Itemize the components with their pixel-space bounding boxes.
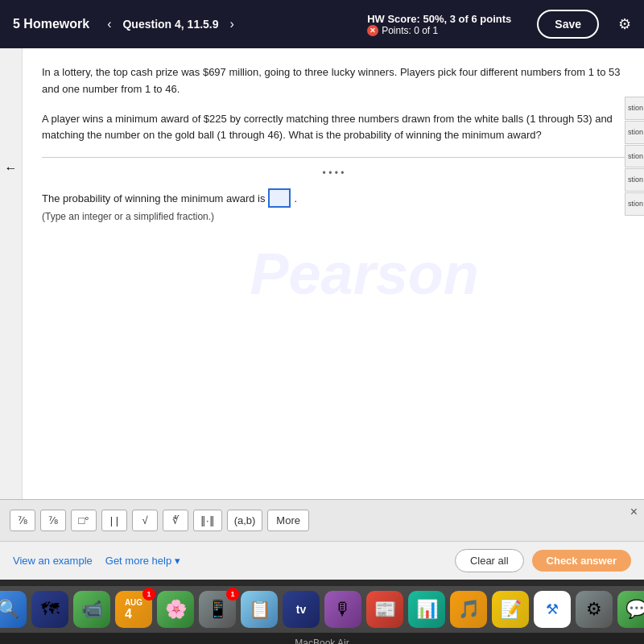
view-example-link[interactable]: View an example: [13, 555, 93, 567]
math-toolbar: ⁷⁄₈ ⁷⁄₈ □° | | √ ∜ ‖·‖ (a,b) More ×: [0, 499, 644, 541]
macos-bar: 🔍 🗺 📹 AUG4 1 🌸 📱 1 📋 tv 🎙 📰 📊 🎵 📝 ⚒ ⚙ 💬 …: [0, 580, 644, 644]
left-arrow-icon: ←: [5, 161, 18, 175]
side-tabs: stion stion stion stion stion: [625, 97, 644, 216]
watermark: Pearson: [250, 241, 479, 307]
dock: 🔍 🗺 📹 AUG4 1 🌸 📱 1 📋 tv 🎙 📰 📊 🎵 📝 ⚒ ⚙ 💬: [0, 586, 644, 633]
dock-music-icon[interactable]: 🎵: [450, 591, 487, 628]
dock-reminders-icon[interactable]: 📋: [241, 591, 278, 628]
prev-question-btn[interactable]: ‹: [102, 14, 116, 35]
dock-podcasts-icon[interactable]: 🎙: [324, 591, 361, 628]
get-more-help-link[interactable]: Get more help ▾: [105, 555, 180, 567]
dock-messages-icon[interactable]: 💬: [617, 591, 644, 628]
calendar-badge: 1: [142, 588, 155, 601]
dock-numbers-icon[interactable]: 📊: [408, 591, 445, 628]
next-question-btn[interactable]: ›: [225, 14, 239, 35]
score-section: HW Score: 50%, 3 of 6 points ✕ Points: 0…: [367, 13, 511, 36]
dock-finder-icon[interactable]: 🔍: [0, 591, 27, 628]
bottom-right: Clear all Check answer: [455, 549, 631, 572]
side-tab-1[interactable]: stion: [625, 97, 644, 120]
dock-maps-icon[interactable]: 🗺: [31, 591, 68, 628]
degree-button[interactable]: □°: [71, 510, 97, 531]
divider: [42, 157, 625, 158]
dock-notes-icon[interactable]: 📝: [492, 591, 529, 628]
contacts-badge: 1: [226, 588, 239, 601]
answer-prefix: The probability of winning the minimum a…: [42, 192, 265, 204]
main-content: ← In a lottery, the top cash prize was $…: [0, 48, 644, 499]
points-row: ✕ Points: 0 of 1: [367, 25, 511, 36]
dock-settings-icon[interactable]: ⚙: [576, 591, 613, 628]
sqrt-button[interactable]: √: [132, 510, 158, 531]
more-button[interactable]: More: [267, 510, 309, 531]
answer-input[interactable]: [268, 188, 291, 208]
side-tab-2[interactable]: stion: [625, 121, 644, 144]
mixed-fraction-button[interactable]: ⁷⁄₈: [40, 510, 66, 531]
gear-icon[interactable]: ⚙: [618, 15, 631, 33]
interval-button[interactable]: (a,b): [227, 510, 263, 531]
points-label: Points: 0 of 1: [382, 25, 438, 36]
dock-contacts-icon[interactable]: 📱 1: [199, 591, 236, 628]
question-label: Question 4, 11.5.9: [122, 18, 218, 31]
dock-xcode-icon[interactable]: ⚒: [534, 591, 571, 628]
problem-text-1: In a lottery, the top cash prize was $69…: [42, 64, 625, 98]
left-arrow-panel[interactable]: ←: [0, 48, 23, 499]
hw-title: 5 Homework: [13, 17, 89, 31]
side-tab-4[interactable]: stion: [625, 168, 644, 192]
dock-photos-icon[interactable]: 🌸: [157, 591, 194, 628]
dock-news-icon[interactable]: 📰: [366, 591, 403, 628]
bottom-bar: View an example Get more help ▾ Clear al…: [0, 541, 644, 580]
points-x-icon: ✕: [367, 25, 378, 36]
top-bar: 5 Homework ‹ Question 4, 11.5.9 › HW Sco…: [0, 0, 644, 48]
expand-dots[interactable]: • • • •: [42, 167, 625, 179]
period: .: [294, 192, 297, 204]
dock-appletv-icon[interactable]: tv: [283, 591, 320, 628]
type-hint: (Type an integer or a simplified fractio…: [42, 211, 625, 222]
save-button[interactable]: Save: [537, 10, 599, 39]
abs-value-button[interactable]: | |: [101, 510, 127, 531]
content-area: In a lottery, the top cash prize was $69…: [23, 48, 644, 499]
problem-text-2: A player wins a minimum award of $225 by…: [42, 111, 625, 145]
side-tab-3[interactable]: stion: [625, 145, 644, 168]
side-tab-5[interactable]: stion: [625, 192, 644, 216]
dock-calendar-icon[interactable]: AUG4 1: [115, 591, 152, 628]
close-toolbar-button[interactable]: ×: [630, 505, 638, 519]
fraction-button[interactable]: ⁷⁄₈: [10, 510, 35, 531]
nav-section: ‹ Question 4, 11.5.9 ›: [102, 14, 239, 35]
answer-row: The probability of winning the minimum a…: [42, 188, 625, 208]
check-answer-button[interactable]: Check answer: [532, 550, 631, 572]
macbook-label: MacBook Air: [295, 638, 349, 644]
nth-root-button[interactable]: ∜: [163, 510, 188, 531]
norm-button[interactable]: ‖·‖: [193, 510, 222, 531]
hw-score: HW Score: 50%, 3 of 6 points: [367, 13, 511, 25]
clear-all-button[interactable]: Clear all: [455, 549, 524, 572]
dock-facetime-icon[interactable]: 📹: [73, 591, 110, 628]
